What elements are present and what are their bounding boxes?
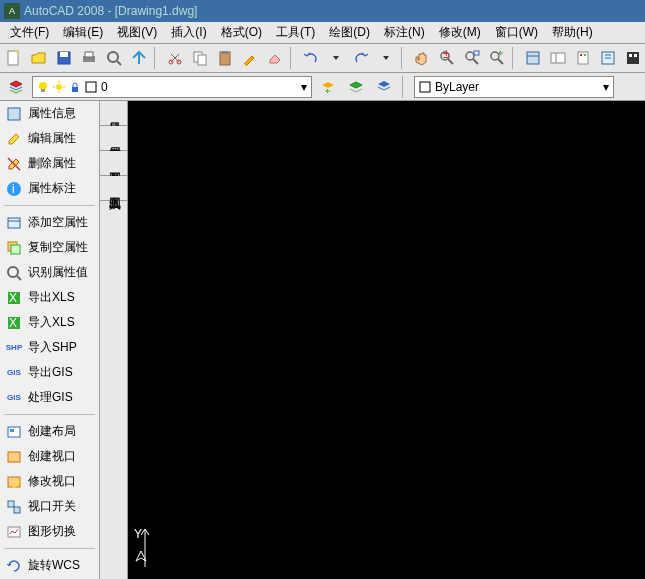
svg-rect-27 <box>584 54 586 56</box>
svg-rect-18 <box>474 51 479 55</box>
ssm-icon[interactable] <box>596 46 620 70</box>
zoom-rt-icon[interactable]: ± <box>435 46 459 70</box>
app-title: AutoCAD 2008 - [Drawing1.dwg] <box>24 4 197 18</box>
print-icon[interactable] <box>77 46 101 70</box>
side-create-layout[interactable]: 创建布局 <box>0 419 99 444</box>
side-add-empty[interactable]: 添加空属性 <box>0 210 99 235</box>
side-process-gis[interactable]: GIS处理GIS <box>0 385 99 410</box>
svg-rect-58 <box>11 245 20 254</box>
menu-draw[interactable]: 绘图(D) <box>323 22 376 43</box>
menu-window[interactable]: 窗口(W) <box>489 22 544 43</box>
vertical-tabstrip: 显示统计 属性布局 图形工具 图线工具 <box>100 101 128 579</box>
menu-dimension[interactable]: 标注(N) <box>378 22 431 43</box>
side-attr-label[interactable]: i属性标注 <box>0 176 99 201</box>
markup-icon[interactable] <box>621 46 645 70</box>
svg-rect-26 <box>580 54 582 56</box>
menu-modify[interactable]: 修改(M) <box>433 22 487 43</box>
svg-point-59 <box>8 267 18 277</box>
new-icon[interactable] <box>2 46 26 70</box>
side-copy-empty[interactable]: 复制空属性 <box>0 235 99 260</box>
svg-line-17 <box>473 59 478 64</box>
svg-rect-70 <box>14 507 20 513</box>
preview-icon[interactable] <box>102 46 126 70</box>
color-box-icon <box>419 81 431 93</box>
ucs-icon: Y <box>138 529 158 569</box>
svg-line-6 <box>117 61 121 65</box>
side-export-xls[interactable]: X导出XLS <box>0 285 99 310</box>
drawing-canvas[interactable]: Y <box>128 101 645 579</box>
copy-icon[interactable] <box>188 46 212 70</box>
publish-icon[interactable] <box>127 46 151 70</box>
side-import-xls[interactable]: X导入XLS <box>0 310 99 335</box>
side-graph-switch[interactable]: 图形切换 <box>0 519 99 544</box>
side-vp-switch[interactable]: 视口开关 <box>0 494 99 519</box>
match-icon[interactable] <box>238 46 262 70</box>
side-modify-vp[interactable]: 修改视口 <box>0 469 99 494</box>
menu-bar: 文件(F) 编辑(E) 视图(V) 插入(I) 格式(O) 工具(T) 绘图(D… <box>0 22 645 44</box>
svg-text:i: i <box>12 182 15 196</box>
properties-icon[interactable] <box>521 46 545 70</box>
side-rotate-wcs[interactable]: 旋转WCS <box>0 553 99 578</box>
vtab-line-tools[interactable]: 图线工具 <box>100 176 127 201</box>
svg-point-43 <box>56 84 62 90</box>
side-detect-attr[interactable]: 识别属性值 <box>0 260 99 285</box>
vtab-graph-tools[interactable]: 图形工具 <box>100 151 127 176</box>
svg-rect-10 <box>198 55 206 65</box>
bulb-icon <box>37 81 49 93</box>
paste-icon[interactable] <box>213 46 237 70</box>
menu-help[interactable]: 帮助(H) <box>546 22 599 43</box>
toolbar-area: ± ? <box>0 44 645 73</box>
side-edit-attr[interactable]: 编辑属性 <box>0 126 99 151</box>
redo-dd-icon[interactable] <box>374 46 398 70</box>
layer-prev-icon[interactable] <box>316 75 340 99</box>
layer-states-icon[interactable] <box>372 75 396 99</box>
layer-cur-icon[interactable] <box>344 75 368 99</box>
svg-rect-51 <box>8 108 20 120</box>
side-panel: 属性信息 编辑属性 删除属性 i属性标注 添加空属性 复制空属性 识别属性值 X… <box>0 101 100 579</box>
svg-rect-21 <box>527 52 539 64</box>
svg-line-60 <box>17 276 21 280</box>
layer-toolbar: 0 ▾ ByLayer ▾ <box>0 73 645 101</box>
svg-rect-69 <box>8 501 14 507</box>
zoom-prev-icon[interactable] <box>485 46 509 70</box>
menu-insert[interactable]: 插入(I) <box>165 22 212 43</box>
menu-edit[interactable]: 编辑(E) <box>57 22 109 43</box>
menu-file[interactable]: 文件(F) <box>4 22 55 43</box>
color-swatch <box>85 81 97 93</box>
bylayer-label: ByLayer <box>435 80 479 94</box>
side-del-attr[interactable]: 删除属性 <box>0 151 99 176</box>
svg-rect-33 <box>634 54 637 57</box>
undo-dd-icon[interactable] <box>324 46 348 70</box>
open-icon[interactable] <box>27 46 51 70</box>
side-export-gis[interactable]: GIS导出GIS <box>0 360 99 385</box>
svg-rect-25 <box>578 52 588 64</box>
vtab-stats[interactable]: 显示统计 <box>100 101 127 126</box>
svg-line-74 <box>145 529 149 535</box>
side-create-vp[interactable]: 创建视口 <box>0 444 99 469</box>
menu-tools[interactable]: 工具(T) <box>270 22 321 43</box>
menu-view[interactable]: 视图(V) <box>111 22 163 43</box>
layer-combo[interactable]: 0 ▾ <box>32 76 312 98</box>
sun-icon <box>53 81 65 93</box>
side-import-shp[interactable]: SHP导入SHP <box>0 335 99 360</box>
color-combo[interactable]: ByLayer ▾ <box>414 76 614 98</box>
save-icon[interactable] <box>52 46 76 70</box>
cut-icon[interactable] <box>163 46 187 70</box>
svg-rect-32 <box>629 54 632 57</box>
undo-icon[interactable] <box>299 46 323 70</box>
svg-rect-2 <box>60 52 68 57</box>
lock-icon <box>69 81 81 93</box>
menu-format[interactable]: 格式(O) <box>215 22 268 43</box>
redo-icon[interactable] <box>349 46 373 70</box>
layer-mgr-icon[interactable] <box>4 75 28 99</box>
vtab-attr-layout[interactable]: 属性布局 <box>100 126 127 151</box>
tpalette-icon[interactable] <box>571 46 595 70</box>
svg-line-20 <box>498 59 503 64</box>
dcenter-icon[interactable] <box>546 46 570 70</box>
svg-rect-50 <box>420 82 430 92</box>
svg-rect-31 <box>627 52 639 64</box>
pan-icon[interactable] <box>410 46 434 70</box>
zoom-win-icon[interactable] <box>460 46 484 70</box>
side-attr-info[interactable]: 属性信息 <box>0 101 99 126</box>
erase-icon[interactable] <box>263 46 287 70</box>
